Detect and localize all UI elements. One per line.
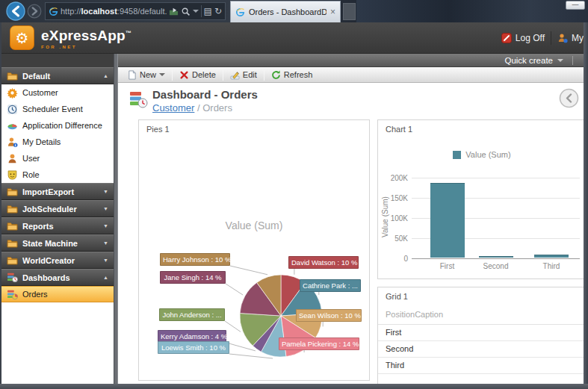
divider [201, 5, 202, 17]
breadcrumb: Customer / Orders [152, 102, 232, 113]
address-bar[interactable]: http://localhost:9458/default.aspx?#Sho … [45, 2, 226, 20]
sidebar-group-dashboards[interactable]: Dashboards▲ [1, 269, 114, 286]
chevron-down-icon: ▼ [103, 189, 108, 194]
grid-column-header[interactable]: PositionCaption [378, 305, 586, 325]
folder-icon [7, 255, 18, 266]
divider [551, 31, 551, 45]
x-tick-label: First [425, 262, 470, 270]
grid-row-second[interactable]: Second [378, 341, 586, 358]
sidebar-label: JobScheduler [22, 205, 99, 214]
folder-icon [7, 186, 18, 197]
sidebar-label: Customer [22, 88, 108, 97]
browser-forward-button[interactable] [27, 4, 42, 19]
sidebar-group-jobscheduler[interactable]: JobScheduler▼ [1, 200, 114, 217]
refresh-page-icon[interactable]: ↻ [214, 7, 222, 16]
divider [223, 69, 223, 81]
browser-chrome: http://localhost:9458/default.aspx?#Sho … [0, 0, 588, 22]
tab-close-icon[interactable]: × [330, 7, 335, 16]
folder-icon [7, 203, 18, 214]
edit-button[interactable]: Edit [225, 68, 262, 82]
chart-panel: Chart 1 Value (Sum) Value (Sum) 200K150K… [377, 119, 587, 279]
browser-tab-orders[interactable]: Orders - DashboardDemoS... × [230, 1, 341, 22]
chevron-up-icon: ▲ [103, 275, 108, 280]
record-toolbar: NewDeleteEditRefresh [118, 67, 584, 83]
sidebar-item-orders[interactable]: Orders [1, 286, 114, 302]
folder-arrow-icon [169, 7, 179, 16]
sidebar-item-user[interactable]: User [1, 150, 114, 167]
background-app-blur [356, 0, 588, 22]
y-tick-label: 100K [378, 214, 408, 222]
my-label: My [572, 33, 584, 43]
compatibility-view-icon[interactable]: ▤ [204, 7, 212, 16]
grid-panel: Grid 1 PositionCaption FirstSecondThird [377, 287, 587, 384]
chevron-down-icon[interactable] [557, 59, 563, 62]
chevron-down-icon: ▼ [103, 258, 108, 263]
bar-plot-area [412, 178, 580, 258]
new-page-icon [127, 70, 137, 80]
search-icon[interactable] [181, 7, 191, 16]
gridline [412, 178, 580, 178]
pie-label-pamela-pickering: Pamela Pickering : 14 % [279, 337, 359, 350]
refresh-button[interactable]: Refresh [266, 68, 318, 82]
divider [264, 69, 264, 81]
sidebar-label: ImportExport [22, 187, 99, 196]
grid-row-third[interactable]: Third [378, 358, 586, 374]
y-tick-label: 0 [378, 255, 408, 263]
page-title: Dashboard - Orders [152, 88, 258, 101]
toolbar-button-label: New [140, 70, 156, 79]
sidebar-item-application-difference[interactable]: Application Difference [1, 117, 114, 134]
navigation-sidebar: Default▲CustomerScheduler EventApplicati… [1, 67, 114, 384]
sidebar-item-role[interactable]: Role [1, 167, 114, 183]
sidebar-item-scheduler-event[interactable]: Scheduler Event [1, 101, 114, 117]
sidebar-group-worldcreator[interactable]: WorldCreator▼ [1, 252, 114, 269]
pie-label-jane-singh: Jane Singh : 14 % [160, 271, 226, 284]
sidebar-group-importexport[interactable]: ImportExport▼ [1, 183, 114, 200]
clock-icon [7, 104, 18, 115]
app-logo-icon: ⚙ [10, 25, 34, 50]
sidebar-label: User [22, 154, 108, 163]
toolbar-button-label: Delete [192, 70, 216, 79]
gridline [412, 258, 580, 259]
orders-icon [7, 289, 18, 300]
pie-label-cathrine-park: Cathrine Park : ... [300, 279, 361, 292]
pie-label-david-watson: David Watson : 10 % [288, 256, 359, 269]
sidebar-item-customer[interactable]: Customer [1, 84, 114, 101]
window-edge-right [584, 22, 588, 389]
ie-tab-icon [235, 7, 245, 17]
sidebar-label: State Machine [22, 239, 99, 248]
y-tick-label: 50K [378, 234, 408, 243]
bar-first [430, 183, 465, 258]
new-button[interactable]: New [122, 68, 170, 82]
breadcrumb-customer-link[interactable]: Customer [152, 102, 194, 113]
toolbar-button-label: Edit [243, 70, 257, 79]
search-dropdown-icon[interactable] [193, 10, 199, 13]
browser-back-button[interactable] [6, 1, 25, 21]
chevron-up-icon: ▲ [103, 73, 108, 78]
sidebar-item-my-details[interactable]: My Details [1, 134, 114, 150]
sidebar-label: Role [22, 170, 108, 179]
window-edge-bottom [0, 384, 588, 389]
sidebar-label: Scheduler Event [22, 105, 108, 113]
dashboard-icon [129, 90, 148, 109]
quick-create-button[interactable]: Quick create [504, 56, 553, 65]
bar-second [479, 256, 513, 258]
sidebar-group-reports[interactable]: Reports▼ [1, 217, 114, 234]
sidebar-label: Orders [22, 290, 108, 299]
layers-icon [7, 120, 18, 131]
new-tab-button[interactable] [343, 3, 356, 20]
grid-row-first[interactable]: First [378, 325, 586, 341]
sidebar-label: Application Difference [22, 121, 108, 130]
navigate-back-button[interactable] [559, 88, 579, 108]
delete-button[interactable]: Delete [174, 68, 221, 82]
legend-swatch [453, 151, 461, 159]
minimize-button[interactable]: — [566, 1, 585, 10]
app-logo: ⚙ eXpressApp™ FOR .NET [10, 25, 131, 50]
divider [172, 69, 173, 81]
log-off-button[interactable]: Log Off [501, 33, 545, 43]
pie-label-loewis-smith: Loewis Smith : 10 % [158, 341, 229, 354]
sidebar-group-state-machine[interactable]: State Machine▼ [1, 234, 114, 252]
trademark: ™ [126, 30, 131, 37]
divider [572, 56, 573, 65]
my-details-button[interactable]: My [557, 33, 584, 43]
sidebar-group-default[interactable]: Default▲ [1, 67, 114, 84]
